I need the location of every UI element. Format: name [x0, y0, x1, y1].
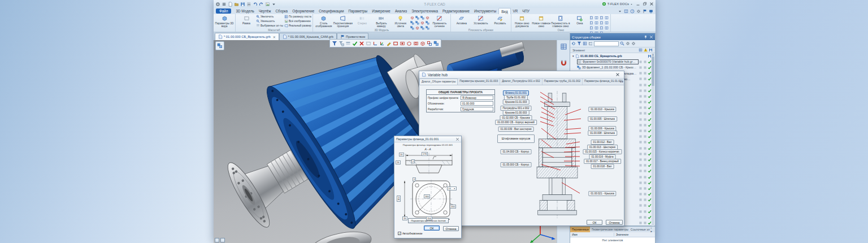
- flange-ok-button[interactable]: ОК: [424, 225, 440, 231]
- ribbon-button[interactable]: Окна: [570, 15, 589, 28]
- window-layout-icon[interactable]: [600, 16, 604, 20]
- document-tab[interactable]: * 01.00.006_Крышка_CAM.grb: [279, 33, 337, 40]
- restore-button[interactable]: [643, 2, 647, 6]
- close-dialog-icon[interactable]: [455, 137, 459, 141]
- menu-tab-Редактирование[interactable]: Редактирование: [440, 8, 472, 14]
- hub-tab[interactable]: Диалог_Полумуфты 001 и 002: [500, 79, 542, 85]
- ribbon-button[interactable]: Стиль отображения: [314, 15, 333, 28]
- menu-tab-Анализ[interactable]: Анализ: [393, 8, 409, 14]
- ribbon-button[interactable]: Новое главное окно: [532, 15, 551, 28]
- ribbon-button[interactable]: Активна: [452, 15, 471, 28]
- scale-items[interactable]: УвеличитьУменьшитьВыбранные эл-тыПо разм…: [256, 15, 311, 28]
- monitor-icon[interactable]: [649, 9, 653, 14]
- minimize-button[interactable]: [636, 2, 640, 6]
- ribbon-button[interactable]: Рамка: [237, 15, 256, 28]
- menu-tab-Параметры[interactable]: Параметры: [346, 8, 370, 14]
- callout-button[interactable]: Штифтование корпусов: [497, 134, 535, 143]
- menu-tab-Инструменты[interactable]: Инструменты: [472, 8, 498, 14]
- view-mode-icon[interactable]: [415, 16, 419, 20]
- panel-tab-1[interactable]: Переменные: [570, 227, 590, 232]
- callout-button[interactable]: 01.04.000 СБ - Корпус: [501, 149, 532, 154]
- search-icon[interactable]: [620, 41, 624, 46]
- hub-tab[interactable]: Параметры крышки_01.01.003: [458, 79, 500, 85]
- ribbon-button[interactable]: Новое окно документа: [513, 15, 532, 28]
- hub-ok-button[interactable]: ОК: [587, 220, 602, 225]
- view-mode-icon[interactable]: [410, 16, 414, 20]
- funnel2-icon[interactable]: [338, 41, 344, 46]
- ribbon-button[interactable]: По размеру листа: [284, 15, 311, 19]
- callout-button[interactable]: 01.03.000 СБ - Корпус верхний: [495, 120, 537, 125]
- ribbon-button[interactable]: Параметры 3D вида: [215, 15, 234, 28]
- ribbon-button[interactable]: Уменьшить: [256, 19, 283, 24]
- ribbon-button[interactable]: Источник света: [391, 15, 410, 28]
- menu-tab-Чертёж[interactable]: Чертёж: [257, 8, 274, 14]
- scroll-thumb[interactable]: [652, 57, 654, 86]
- pin-icon[interactable]: [644, 35, 648, 39]
- callout-button[interactable]: Крышка 01.00.003: [503, 110, 530, 115]
- rcircle2-icon[interactable]: [413, 41, 419, 46]
- ribbon-button[interactable]: Применить сечение: [430, 15, 449, 28]
- tab-scroll-arrows[interactable]: ‹ ▸: [651, 227, 655, 232]
- group-label[interactable]: Масштаб: [236, 28, 313, 32]
- ribbon-button[interactable]: Выбранные эл-ты: [256, 23, 283, 28]
- ribbon-button[interactable]: Выбрать камеру: [372, 15, 391, 28]
- workplane-icon[interactable]: [366, 41, 371, 46]
- file-menu-button[interactable]: Файл: [216, 8, 231, 14]
- document-tab[interactable]: * 01.00.000 СБ_Вращатель.grb✕: [215, 33, 279, 40]
- menu-tab-Оформление[interactable]: Оформление: [290, 8, 316, 14]
- hub-dialog-titlebar[interactable]: Variable hub: [419, 71, 624, 79]
- flange-dialog-titlebar[interactable]: Параметры фланца_01.01.001: [394, 136, 461, 142]
- t-flex-docs-button[interactable]: T-FLEX DOCs: [602, 2, 633, 6]
- close-panel-icon[interactable]: [649, 35, 653, 39]
- ribbon-group-clipplane[interactable]: АктивнаУстановитьРисоватьПлоскость обрез…: [451, 14, 511, 32]
- rrect-icon[interactable]: [393, 41, 398, 46]
- check-icon[interactable]: [352, 41, 358, 46]
- pen-icon[interactable]: [386, 41, 392, 46]
- ribbon-button[interactable]: Реальный размер: [284, 23, 311, 28]
- magnet-icon[interactable]: [560, 59, 567, 67]
- menu-tab-Электротехника[interactable]: Электротехника: [409, 8, 440, 14]
- window-layout-icons[interactable]: [589, 15, 609, 28]
- axes-icon[interactable]: [372, 41, 378, 46]
- menu-tab-Спецификации[interactable]: Спецификации: [316, 8, 346, 14]
- menu-tab-ЧПУ[interactable]: ЧПУ: [520, 8, 532, 14]
- structure-search-input[interactable]: [594, 41, 619, 46]
- grid-icon[interactable]: [583, 41, 587, 46]
- stack-icon[interactable]: [345, 41, 351, 46]
- autoupdate-checkbox[interactable]: ✓ Автообновление: [398, 232, 423, 235]
- view-mode-icon[interactable]: [415, 21, 419, 25]
- refresh-icon[interactable]: [571, 41, 576, 46]
- ribbon-button[interactable]: Переместить в главное окно: [551, 15, 570, 28]
- view-mode-icons[interactable]: [410, 15, 430, 28]
- ribbon-button[interactable]: Стерео: [353, 15, 372, 28]
- tree-row[interactable]: HФрагмент 0x0000070 (Variable hub.gr…: [570, 59, 652, 64]
- hub-tab[interactable]: Параметры фланца_01.01.001: [583, 79, 624, 85]
- tree-row-root[interactable]: ▼01.00.000 СБ_Вращатель.grb: [570, 53, 652, 59]
- funnel-icon[interactable]: [332, 41, 337, 46]
- cross-icon[interactable]: [359, 41, 364, 46]
- hub-tab[interactable]: Диалог_Общие параметры: [419, 79, 458, 85]
- ribbon-group-params[interactable]: Параметры 3D вида: [214, 14, 236, 32]
- flag-icon[interactable]: [643, 9, 647, 14]
- view-mode-icon[interactable]: [420, 21, 424, 25]
- bolt-count-dropdown[interactable]: 16 ▼: [447, 186, 457, 190]
- group-label[interactable]: Плоскость обрезки: [451, 28, 511, 32]
- hub-tab[interactable]: Параметры трубы_01.01.002: [542, 79, 583, 85]
- callout-button[interactable]: 01.00.008 - Шпилька: [588, 131, 617, 136]
- axes2-icon[interactable]: [379, 41, 385, 46]
- view-mode-icon[interactable]: [410, 21, 414, 25]
- help-icon[interactable]: ?: [630, 9, 635, 14]
- callout-button[interactable]: 01.00.015 - Колесо корончат.: [583, 149, 622, 154]
- panel-tab-2[interactable]: Геометрические параметры: [590, 227, 629, 232]
- close-tab-icon[interactable]: ✕: [273, 35, 276, 39]
- callout-button[interactable]: 01.00.039 - Вал шестерня: [498, 127, 534, 132]
- window-layout-icon[interactable]: [594, 16, 598, 20]
- tab-scroll-arrows[interactable]: ◂ ▸: [620, 80, 623, 83]
- rpair-icon[interactable]: [427, 41, 432, 46]
- fragments-button[interactable]: [215, 41, 224, 50]
- window-layout-icon[interactable]: [605, 16, 609, 20]
- callout-button[interactable]: 01.00.021 - Крышка: [588, 191, 616, 196]
- callout-button[interactable]: 01.05.000 СБ - Корпус: [501, 162, 532, 167]
- columns-icon[interactable]: [639, 48, 643, 52]
- rbox-icon[interactable]: [406, 41, 412, 46]
